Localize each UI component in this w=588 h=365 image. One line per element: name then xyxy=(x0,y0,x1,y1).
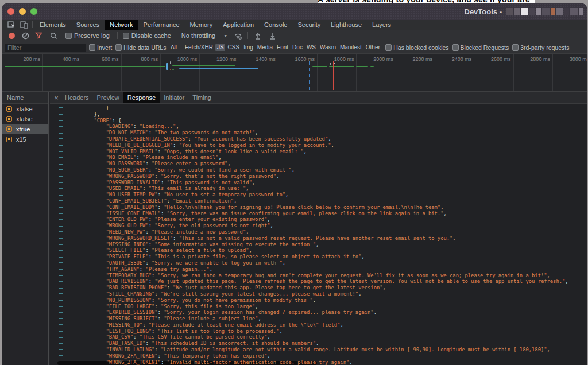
record-network-log-button[interactable] xyxy=(9,33,15,39)
close-window-button[interactable] xyxy=(7,8,14,15)
timeline-gridline xyxy=(317,54,318,91)
search-icon[interactable] xyxy=(49,31,58,40)
preserve-log-label: Preserve log xyxy=(74,32,110,39)
timeline-label: 1800 ms xyxy=(334,56,354,62)
timeline-gridline xyxy=(160,54,161,91)
filter-icon[interactable] xyxy=(34,31,43,40)
disable-cache-checkbox[interactable] xyxy=(123,33,129,39)
tab-performance[interactable]: Performance xyxy=(138,20,185,30)
request-row-x15[interactable]: x15 xyxy=(2,134,48,145)
timeline-label: 2400 ms xyxy=(452,56,472,62)
script-file-icon xyxy=(6,116,12,122)
timeline-gridline xyxy=(42,54,43,91)
tab-memory[interactable]: Memory xyxy=(185,20,218,30)
filter-input[interactable]: Filter xyxy=(5,44,86,52)
filter-pill-other[interactable]: Other xyxy=(364,44,381,51)
request-row-xfalse[interactable]: xfalse xyxy=(2,114,48,125)
request-detail-panel: × HeadersPreviewResponseInitiatorTiming … xyxy=(50,92,587,365)
filter-checkbox-label: Has blocked cookies xyxy=(393,44,448,51)
3rd-party-requests-checkbox[interactable] xyxy=(512,44,519,51)
device-toolbar-icon[interactable] xyxy=(18,20,30,30)
tab-lighthouse[interactable]: Lighthouse xyxy=(326,20,367,30)
waterfall-bar xyxy=(172,65,235,66)
hide-data-urls-label: Hide data URLs xyxy=(123,44,166,51)
script-file-icon xyxy=(6,126,12,132)
waterfall-bar xyxy=(370,66,374,67)
response-gutter xyxy=(50,104,65,365)
name-column-header[interactable]: Name xyxy=(2,92,48,104)
timeline-gridline xyxy=(474,54,474,91)
network-overview-timeline[interactable]: 200 ms400 ms600 ms800 ms1000 ms1200 ms14… xyxy=(2,54,587,92)
waterfall-bar xyxy=(330,63,331,65)
request-row-xfalse[interactable]: xfalse xyxy=(2,104,48,114)
load-event-line xyxy=(333,61,334,90)
chevron-down-icon: ▼ xyxy=(223,34,227,38)
close-detail-icon[interactable]: × xyxy=(52,92,61,103)
tab-sources[interactable]: Sources xyxy=(71,20,105,30)
response-code[interactable]: } }, "CORE": { "LOADING": "Loading...", … xyxy=(66,104,587,365)
request-name: xtrue xyxy=(16,126,30,133)
inspect-element-icon[interactable] xyxy=(5,20,18,30)
filter-pill-ws[interactable]: WS xyxy=(305,44,317,51)
tab-network[interactable]: Network xyxy=(105,20,138,30)
filter-placeholder: Filter xyxy=(5,44,21,51)
tab-layers[interactable]: Layers xyxy=(367,20,396,30)
request-row-xtrue[interactable]: xtrue xyxy=(2,124,48,134)
tab-console[interactable]: Console xyxy=(259,20,292,30)
timeline-gridline xyxy=(278,54,278,91)
timeline-gridline xyxy=(239,54,239,91)
timeline-gridline xyxy=(121,54,122,91)
filter-pill-fetch-xhr[interactable]: Fetch/XHR xyxy=(184,44,215,51)
invert-checkbox[interactable] xyxy=(89,44,95,51)
timeline-label: 200 ms xyxy=(23,56,40,62)
domcontentloaded-line xyxy=(309,61,310,90)
devtools-tabbar: ElementsSourcesNetworkPerformanceMemoryA… xyxy=(2,20,587,30)
filter-pill-all[interactable]: All xyxy=(169,44,178,51)
request-name: xfalse xyxy=(16,106,33,112)
timeline-label: 600 ms xyxy=(102,56,119,62)
timeline-label: 2000 ms xyxy=(373,56,393,62)
detail-tab-response[interactable]: Response xyxy=(123,92,160,103)
export-har-icon[interactable] xyxy=(268,31,277,40)
blocked-requests-checkbox[interactable] xyxy=(452,44,459,51)
preserve-log-checkbox[interactable] xyxy=(65,33,72,39)
filter-pill-media[interactable]: Media xyxy=(256,44,274,51)
redacted-url xyxy=(506,8,583,15)
has-blocked-cookies-checkbox[interactable] xyxy=(385,44,392,51)
filter-pill-wasm[interactable]: Wasm xyxy=(319,44,338,51)
response-view: } }, "CORE": { "LOADING": "Loading...", … xyxy=(50,104,587,365)
import-har-icon[interactable] xyxy=(253,31,262,40)
waterfall-bar xyxy=(172,69,174,70)
timeline-gridline xyxy=(82,54,82,91)
window-title: DevTools - xyxy=(465,7,502,16)
detail-tab-initiator[interactable]: Initiator xyxy=(160,92,188,103)
filter-pill-img[interactable]: Img xyxy=(242,44,255,51)
minimize-window-button[interactable] xyxy=(19,8,26,15)
timeline-gridline xyxy=(396,54,396,91)
timeline-label: 2200 ms xyxy=(412,56,432,62)
zoom-window-button[interactable] xyxy=(30,8,37,15)
timeline-gridline xyxy=(435,54,435,91)
hide-data-urls-checkbox[interactable] xyxy=(115,44,122,51)
throttling-select[interactable]: No throttling xyxy=(181,32,215,39)
tab-elements[interactable]: Elements xyxy=(34,20,71,30)
network-conditions-icon[interactable] xyxy=(233,31,242,40)
devtools-window: DevTools - ElementsSourcesNetworkPerform… xyxy=(2,3,587,365)
clear-network-log-button[interactable] xyxy=(21,31,30,40)
tab-security[interactable]: Security xyxy=(292,20,326,30)
detail-tab-timing[interactable]: Timing xyxy=(188,92,215,103)
waterfall-bar xyxy=(356,66,368,67)
filter-pill-js[interactable]: JS xyxy=(215,44,225,51)
detail-tab-headers[interactable]: Headers xyxy=(61,92,93,103)
request-name: xfalse xyxy=(16,115,33,122)
tab-application[interactable]: Application xyxy=(218,20,259,30)
filter-pill-css[interactable]: CSS xyxy=(226,44,241,51)
requests-panel: Name xfalsexfalsextruex15 xyxy=(2,92,49,365)
filter-pill-doc[interactable]: Doc xyxy=(291,44,304,51)
waterfall-bar xyxy=(170,61,171,64)
waterfall-bar xyxy=(5,66,165,67)
filter-pill-font[interactable]: Font xyxy=(276,44,290,51)
timeline-label: 2800 ms xyxy=(530,56,550,62)
detail-tab-preview[interactable]: Preview xyxy=(93,92,123,103)
filter-pill-manifest[interactable]: Manifest xyxy=(338,44,363,51)
